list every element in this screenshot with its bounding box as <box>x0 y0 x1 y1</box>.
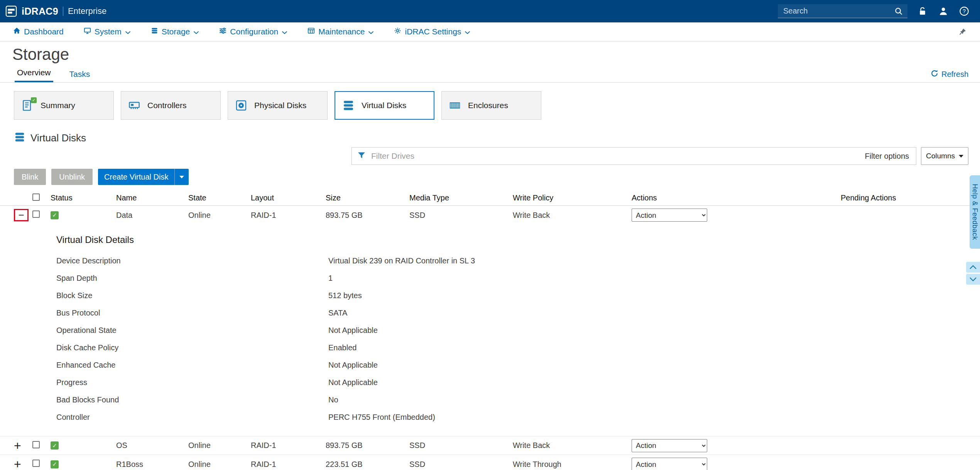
nav-item-label: System <box>95 27 122 36</box>
create-virtual-disk-label: Create Virtual Disk <box>98 173 174 182</box>
cell-layout: RAID-1 <box>251 211 326 220</box>
refresh-button[interactable]: Refresh <box>931 70 968 79</box>
filter-drives-input[interactable] <box>370 151 860 161</box>
cell-name: R1Boss <box>116 460 188 469</box>
columns-button[interactable]: Columns <box>921 147 968 165</box>
nav-item-dashboard[interactable]: Dashboard <box>13 27 64 36</box>
detail-row: Span Depth1 <box>56 270 980 287</box>
cell-layout: RAID-1 <box>251 460 326 469</box>
blink-button[interactable]: Blink <box>14 169 46 185</box>
status-ok-icon <box>51 460 59 468</box>
svg-text:?: ? <box>963 8 966 14</box>
filter-row: Filter options Columns <box>0 147 980 165</box>
user-icon[interactable] <box>938 5 949 17</box>
card-virtual-disks[interactable]: Virtual Disks <box>335 91 434 120</box>
create-virtual-disk-button[interactable]: Create Virtual Disk <box>98 169 189 185</box>
col-write-policy: Write Policy <box>513 193 632 202</box>
help-feedback-tab[interactable]: Help & Feedback <box>970 175 980 249</box>
top-bar: iDRAC9 Enterprise ? <box>0 0 980 22</box>
row-action-select[interactable]: Action <box>632 458 707 470</box>
detail-row: ControllerPERC H755 Front (Embedded) <box>56 409 980 426</box>
unlock-icon[interactable] <box>917 5 928 17</box>
filter-options-link[interactable]: Filter options <box>865 152 909 161</box>
create-split[interactable] <box>174 169 189 185</box>
status-ok-icon <box>51 441 59 450</box>
unblink-button[interactable]: Unblink <box>51 169 93 185</box>
card-controllers[interactable]: Controllers <box>121 91 221 120</box>
cell-write-policy: Write Through <box>513 460 632 469</box>
storage-cards: Summary Controllers Physical Disks Virtu… <box>14 91 980 120</box>
detail-row: ProgressNot Applicable <box>56 374 980 391</box>
col-pending-actions: Pending Actions <box>841 193 980 202</box>
table-header-row: Status Name State Layout Size Media Type… <box>0 190 980 206</box>
row-action-select[interactable]: Action <box>632 209 707 222</box>
scroll-up-button[interactable] <box>966 262 980 273</box>
card-label: Controllers <box>147 101 187 110</box>
cell-media-type: SSD <box>409 441 513 450</box>
chevron-down-icon <box>282 27 287 36</box>
tab-bar: Overview Tasks Refresh <box>15 68 980 82</box>
expand-row-icon[interactable] <box>14 458 21 470</box>
controllers-icon <box>127 99 142 112</box>
section-title: Virtual Disks <box>30 132 86 144</box>
nav-item-label: Storage <box>162 27 190 36</box>
cell-state: Online <box>188 460 251 469</box>
filter-box[interactable]: Filter options <box>351 147 916 165</box>
details-title: Virtual Disk Details <box>56 234 980 245</box>
row-checkbox[interactable] <box>32 441 40 448</box>
nav-item-storage[interactable]: Storage <box>151 27 199 36</box>
row-action-select[interactable]: Action <box>632 439 707 452</box>
search-input[interactable] <box>782 6 890 16</box>
detail-row: Enhanced CacheNot Applicable <box>56 356 980 374</box>
help-icon[interactable]: ? <box>958 5 970 17</box>
main-nav: Dashboard System Storage Configuration M… <box>0 22 980 41</box>
pin-icon[interactable] <box>957 26 968 37</box>
table-toolbar: Blink Unblink Create Virtual Disk <box>14 169 980 185</box>
cell-name: Data <box>116 211 188 220</box>
detail-row: Bad Blocks FoundNo <box>56 391 980 409</box>
page-title: Storage <box>12 45 980 64</box>
search-icon[interactable] <box>893 5 904 17</box>
cell-layout: RAID-1 <box>251 441 326 450</box>
maintenance-icon <box>308 27 315 36</box>
gear-icon <box>394 27 401 36</box>
idrac-logo-icon <box>5 5 17 17</box>
card-label: Summary <box>41 101 75 110</box>
chevron-down-icon <box>368 27 374 36</box>
caret-down-icon <box>959 155 963 158</box>
section-header: Virtual Disks <box>14 131 980 145</box>
col-media-type: Media Type <box>409 193 513 202</box>
card-label: Enclosures <box>468 101 508 110</box>
cell-state: Online <box>188 211 251 220</box>
tab-divider <box>0 82 980 83</box>
tab-tasks[interactable]: Tasks <box>67 70 93 82</box>
virtual-disks-icon <box>14 131 25 145</box>
card-enclosures[interactable]: Enclosures <box>441 91 541 120</box>
expand-row-icon[interactable] <box>14 439 21 452</box>
search-box[interactable] <box>778 4 907 18</box>
tab-overview[interactable]: Overview <box>15 68 53 82</box>
row-checkbox[interactable] <box>32 460 40 467</box>
scroll-down-button[interactable] <box>966 274 980 285</box>
main-content: Storage Overview Tasks Refresh Summary C… <box>0 45 980 470</box>
card-physical-disks[interactable]: Physical Disks <box>228 91 328 120</box>
card-label: Virtual Disks <box>362 101 406 110</box>
cell-write-policy: Write Back <box>513 211 632 220</box>
row-checkbox[interactable] <box>32 210 40 218</box>
sliders-icon <box>219 27 226 36</box>
storage-icon <box>151 27 158 36</box>
card-summary[interactable]: Summary <box>14 91 114 120</box>
detail-row: Disk Cache PolicyEnabled <box>56 339 980 356</box>
nav-item-configuration[interactable]: Configuration <box>219 27 287 36</box>
help-feedback-label: Help & Feedback <box>971 184 979 240</box>
nav-item-idrac-settings[interactable]: iDRAC Settings <box>394 27 470 36</box>
select-all-checkbox[interactable] <box>32 193 40 201</box>
page-scrollers <box>966 262 980 285</box>
collapse-row-icon[interactable] <box>18 210 24 220</box>
nav-item-maintenance[interactable]: Maintenance <box>308 27 374 36</box>
chevron-down-icon <box>125 27 131 36</box>
refresh-label: Refresh <box>941 70 968 79</box>
nav-item-label: Maintenance <box>318 27 365 36</box>
nav-item-system[interactable]: System <box>84 27 131 36</box>
col-state: State <box>188 193 251 202</box>
